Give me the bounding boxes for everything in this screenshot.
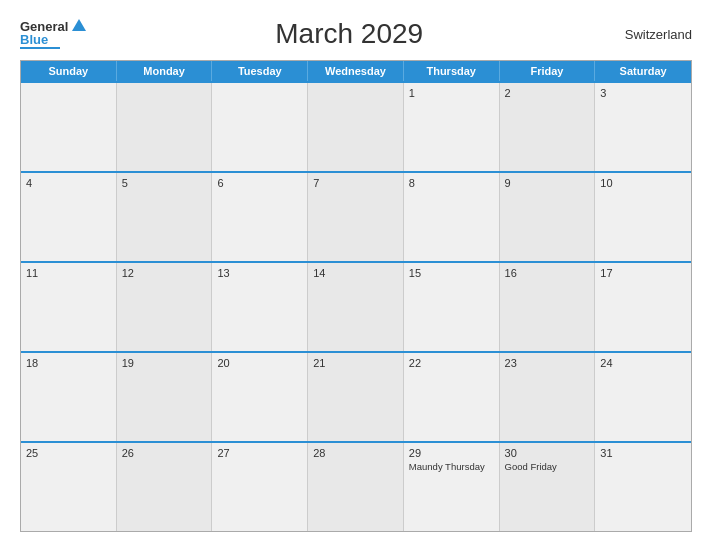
event-maundy-thursday: Maundy Thursday (409, 461, 494, 473)
day-16: 16 (505, 267, 590, 279)
cell-w2-fri: 9 (500, 173, 596, 261)
day-5: 5 (122, 177, 207, 189)
cell-w4-thu: 22 (404, 353, 500, 441)
calendar-title: March 2029 (86, 18, 612, 50)
header-sunday: Sunday (21, 61, 117, 81)
week-1: 1 2 3 (21, 81, 691, 171)
cell-w3-mon: 12 (117, 263, 213, 351)
cell-w5-tue: 27 (212, 443, 308, 531)
day-21: 21 (313, 357, 398, 369)
cell-w5-wed: 28 (308, 443, 404, 531)
day-4: 4 (26, 177, 111, 189)
day-31: 31 (600, 447, 686, 459)
cell-w5-sun: 25 (21, 443, 117, 531)
header-friday: Friday (500, 61, 596, 81)
week-4: 18 19 20 21 22 23 24 (21, 351, 691, 441)
cell-w4-tue: 20 (212, 353, 308, 441)
week-5: 25 26 27 28 29 Maundy Thursday 30 Good F (21, 441, 691, 531)
cell-w2-sat: 10 (595, 173, 691, 261)
day-2: 2 (505, 87, 590, 99)
day-13: 13 (217, 267, 302, 279)
day-20: 20 (217, 357, 302, 369)
page: General Blue March 2029 Switzerland Sund… (0, 0, 712, 550)
week-2: 4 5 6 7 8 9 10 (21, 171, 691, 261)
day-25: 25 (26, 447, 111, 459)
cell-w4-sun: 18 (21, 353, 117, 441)
day-6: 6 (217, 177, 302, 189)
cell-w4-fri: 23 (500, 353, 596, 441)
day-27: 27 (217, 447, 302, 459)
day-19: 19 (122, 357, 207, 369)
week-3: 11 12 13 14 15 16 17 (21, 261, 691, 351)
cell-w1-tue (212, 83, 308, 171)
cell-w5-sat: 31 (595, 443, 691, 531)
header-monday: Monday (117, 61, 213, 81)
cell-w3-fri: 16 (500, 263, 596, 351)
day-14: 14 (313, 267, 398, 279)
header-wednesday: Wednesday (308, 61, 404, 81)
cell-w3-thu: 15 (404, 263, 500, 351)
day-3: 3 (600, 87, 686, 99)
day-10: 10 (600, 177, 686, 189)
cell-w1-sat: 3 (595, 83, 691, 171)
day-23: 23 (505, 357, 590, 369)
logo-blue: Blue (20, 33, 86, 46)
logo: General Blue (20, 19, 86, 49)
day-7: 7 (313, 177, 398, 189)
day-9: 9 (505, 177, 590, 189)
cell-w3-sun: 11 (21, 263, 117, 351)
day-8: 8 (409, 177, 494, 189)
header-tuesday: Tuesday (212, 61, 308, 81)
cell-w3-wed: 14 (308, 263, 404, 351)
cell-w2-mon: 5 (117, 173, 213, 261)
day-18: 18 (26, 357, 111, 369)
cell-w4-wed: 21 (308, 353, 404, 441)
day-17: 17 (600, 267, 686, 279)
header: General Blue March 2029 Switzerland (20, 18, 692, 50)
day-22: 22 (409, 357, 494, 369)
day-12: 12 (122, 267, 207, 279)
logo-triangle-icon (72, 19, 86, 31)
day-28: 28 (313, 447, 398, 459)
country-label: Switzerland (612, 27, 692, 42)
day-29: 29 (409, 447, 494, 459)
day-24: 24 (600, 357, 686, 369)
day-26: 26 (122, 447, 207, 459)
cell-w4-mon: 19 (117, 353, 213, 441)
cell-w1-sun (21, 83, 117, 171)
cell-w1-fri: 2 (500, 83, 596, 171)
day-1: 1 (409, 87, 494, 99)
cell-w2-wed: 7 (308, 173, 404, 261)
header-saturday: Saturday (595, 61, 691, 81)
logo-general: General (20, 20, 68, 33)
day-15: 15 (409, 267, 494, 279)
cell-w1-mon (117, 83, 213, 171)
calendar: Sunday Monday Tuesday Wednesday Thursday… (20, 60, 692, 532)
day-30: 30 (505, 447, 590, 459)
cell-w3-tue: 13 (212, 263, 308, 351)
cell-w3-sat: 17 (595, 263, 691, 351)
cell-w2-thu: 8 (404, 173, 500, 261)
logo-text-block: General Blue (20, 19, 86, 49)
cell-w1-wed (308, 83, 404, 171)
calendar-header-row: Sunday Monday Tuesday Wednesday Thursday… (21, 61, 691, 81)
cell-w2-tue: 6 (212, 173, 308, 261)
cell-w5-fri: 30 Good Friday (500, 443, 596, 531)
calendar-body: 1 2 3 4 5 6 (21, 81, 691, 531)
event-good-friday: Good Friday (505, 461, 590, 473)
cell-w1-thu: 1 (404, 83, 500, 171)
cell-w5-thu: 29 Maundy Thursday (404, 443, 500, 531)
logo-underline (20, 47, 60, 49)
cell-w2-sun: 4 (21, 173, 117, 261)
cell-w5-mon: 26 (117, 443, 213, 531)
day-11: 11 (26, 267, 111, 279)
header-thursday: Thursday (404, 61, 500, 81)
cell-w4-sat: 24 (595, 353, 691, 441)
